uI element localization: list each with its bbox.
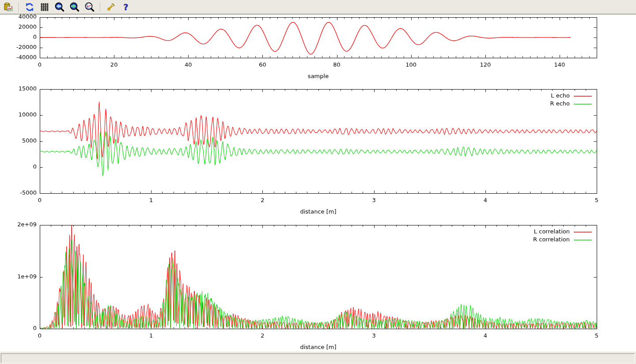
wrench-icon [106, 2, 116, 12]
toolbar-separator [19, 2, 19, 12]
help-button[interactable]: ? [120, 1, 132, 13]
help-icon: ? [121, 2, 131, 12]
zoom-next-icon [69, 2, 80, 12]
zoom-previous-button[interactable] [53, 1, 66, 13]
copy-to-clipboard-button[interactable] [2, 1, 15, 13]
plot-canvas[interactable] [0, 15, 636, 352]
autoscale-button[interactable] [83, 1, 96, 13]
status-bar [0, 352, 636, 364]
zoom-next-button[interactable] [68, 1, 81, 13]
status-bar-field [1, 353, 635, 363]
zoom-autoscale-icon [84, 2, 95, 12]
configure-button[interactable] [105, 1, 117, 13]
toolbar-separator [100, 2, 101, 12]
toolbar: ? [0, 0, 636, 15]
zoom-previous-icon [54, 2, 65, 12]
replot-button[interactable] [23, 1, 36, 13]
copy-chart-icon [3, 2, 14, 12]
grid-icon [39, 2, 50, 12]
refresh-icon [24, 2, 35, 12]
svg-text:?: ? [123, 2, 128, 11]
toggle-grid-button[interactable] [38, 1, 51, 13]
